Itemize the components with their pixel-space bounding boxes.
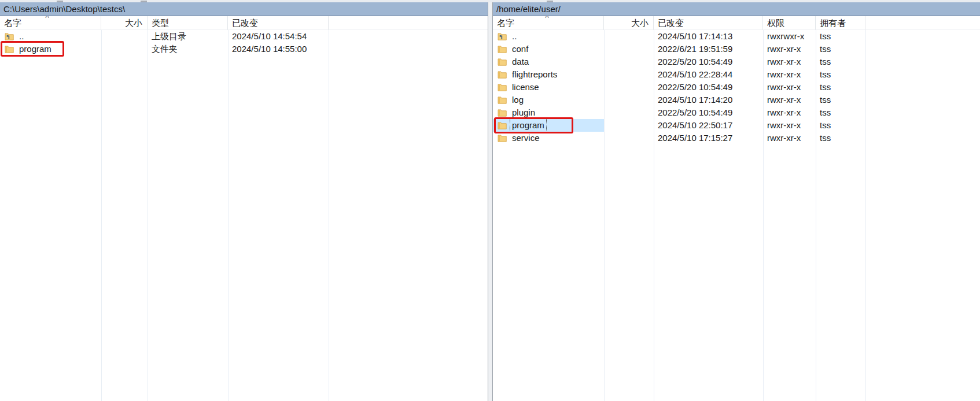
column-header-changed[interactable]: 已改变 <box>654 16 763 30</box>
file-row-program[interactable]: program2024/5/10 22:50:17rwxr-xr-xtss <box>493 119 980 132</box>
local-path-bar[interactable]: C:\Users\admin\Desktop\testcs\ <box>0 2 488 16</box>
column-header-owner[interactable]: 拥有者 <box>816 16 865 30</box>
column-header-changed[interactable]: 已改变 <box>228 16 329 30</box>
file-name-cell: program <box>0 43 101 55</box>
file-name-cell: conf <box>493 43 604 55</box>
file-perms-cell: rwxr-xr-x <box>763 119 816 132</box>
column-header-label: 已改变 <box>658 18 684 28</box>
column-header-label: 大小 <box>631 18 649 28</box>
remote-path-bar[interactable]: /home/elite/user/ <box>493 2 980 16</box>
file-size-cell <box>604 30 654 43</box>
file-type-cell: 上级目录 <box>148 30 228 43</box>
file-owner-cell: tss <box>816 30 865 43</box>
file-row-data[interactable]: data2022/5/20 10:54:49rwxr-xr-xtss <box>493 55 980 68</box>
folder-icon <box>498 135 507 142</box>
folder-icon <box>498 58 507 66</box>
file-changed-cell: 2024/5/10 22:28:44 <box>654 68 763 81</box>
file-perms-cell: rwxr-xr-x <box>763 68 816 81</box>
column-header-name[interactable]: 名字^ <box>493 16 604 30</box>
file-row-service[interactable]: service2024/5/10 17:15:27rwxr-xr-xtss <box>493 132 980 144</box>
file-changed-cell: 2022/5/20 10:54:49 <box>654 55 763 68</box>
file-row-flightreports[interactable]: flightreports2024/5/10 22:28:44rwxr-xr-x… <box>493 68 980 81</box>
remote-path-text: /home/elite/user/ <box>496 4 561 14</box>
file-changed-cell: 2024/5/10 14:54:54 <box>228 30 329 43</box>
file-size-cell <box>604 55 654 68</box>
local-file-rows: ..上级目录2024/5/10 14:54:54program文件夹2024/5… <box>0 30 488 55</box>
file-name-cell: .. <box>493 30 604 43</box>
file-name: plugin <box>510 106 537 119</box>
file-perms-cell: rwxr-xr-x <box>763 55 816 68</box>
sort-ascending-icon: ^ <box>545 16 549 21</box>
file-name: program <box>510 119 546 132</box>
file-perms-cell: rwxr-xr-x <box>763 43 816 55</box>
file-row-license[interactable]: license2022/5/20 10:54:49rwxr-xr-xtss <box>493 81 980 94</box>
remote-file-panel: /home/elite/user/ 名字^大小已改变权限拥有者 ..2024/5… <box>492 2 980 401</box>
folder-icon <box>498 46 507 53</box>
folder-icon <box>498 71 507 79</box>
file-row-program[interactable]: program文件夹2024/5/10 14:55:00 <box>0 43 488 55</box>
file-size-cell <box>101 30 148 43</box>
file-name: license <box>510 81 541 94</box>
column-grid-line <box>228 30 229 401</box>
file-size-cell <box>604 94 654 106</box>
file-changed-cell: 2022/5/20 10:54:49 <box>654 106 763 119</box>
file-perms-cell: rwxr-xr-x <box>763 132 816 144</box>
folder-icon <box>5 46 14 53</box>
file-name: flightreports <box>510 68 559 81</box>
column-header-label: 类型 <box>152 18 169 28</box>
file-row-log[interactable]: log2024/5/10 17:14:20rwxr-xr-xtss <box>493 94 980 106</box>
file-size-cell <box>604 119 654 132</box>
local-path-text: C:\Users\admin\Desktop\testcs\ <box>3 4 125 14</box>
column-header-label: 名字 <box>497 18 514 28</box>
column-header-label: 名字 <box>4 18 21 28</box>
toolbar-remnant-mark <box>547 1 553 2</box>
column-header-type[interactable]: 类型 <box>148 16 228 30</box>
file-changed-cell: 2024/5/10 22:50:17 <box>654 119 763 132</box>
file-size-cell <box>604 81 654 94</box>
folder-icon <box>498 109 507 117</box>
file-row-parent[interactable]: ..2024/5/10 17:14:13rwxrwxr-xtss <box>493 30 980 43</box>
file-owner-cell: tss <box>816 132 865 144</box>
column-header-label: 大小 <box>125 18 142 28</box>
folder-up-icon <box>498 33 507 40</box>
file-owner-cell: tss <box>816 94 865 106</box>
file-row-plugin[interactable]: plugin2022/5/20 10:54:49rwxr-xr-xtss <box>493 106 980 119</box>
file-name-cell: log <box>493 94 604 106</box>
column-header-name[interactable]: 名字^ <box>0 16 101 30</box>
file-owner-cell: tss <box>816 119 865 132</box>
file-row-parent[interactable]: ..上级目录2024/5/10 14:54:54 <box>0 30 488 43</box>
file-name-cell: program <box>493 119 604 132</box>
file-type-cell: 文件夹 <box>148 43 228 55</box>
remote-file-list: 名字^大小已改变权限拥有者 ..2024/5/10 17:14:13rwxrwx… <box>493 16 980 401</box>
column-header-filler <box>865 16 980 30</box>
file-name: .. <box>17 30 25 43</box>
folder-icon <box>498 96 507 104</box>
column-header-label: 权限 <box>767 18 784 28</box>
file-name-cell: plugin <box>493 106 604 119</box>
file-changed-cell: 2024/5/10 17:14:13 <box>654 30 763 43</box>
column-header-perms[interactable]: 权限 <box>763 16 816 30</box>
file-name-cell: license <box>493 81 604 94</box>
file-name: log <box>510 94 525 106</box>
column-header-size[interactable]: 大小 <box>604 16 654 30</box>
column-header-size[interactable]: 大小 <box>101 16 148 30</box>
file-name: program <box>17 43 53 55</box>
local-file-panel: C:\Users\admin\Desktop\testcs\ 名字^大小类型已改… <box>0 2 488 401</box>
file-owner-cell: tss <box>816 106 865 119</box>
file-size-cell <box>604 43 654 55</box>
file-changed-cell: 2022/6/21 19:51:59 <box>654 43 763 55</box>
column-grid-line <box>329 30 329 401</box>
file-perms-cell: rwxr-xr-x <box>763 106 816 119</box>
file-owner-cell: tss <box>816 81 865 94</box>
file-row-conf[interactable]: conf2022/6/21 19:51:59rwxr-xr-xtss <box>493 43 980 55</box>
file-size-cell <box>101 43 148 55</box>
file-name-cell: flightreports <box>493 68 604 81</box>
file-owner-cell: tss <box>816 68 865 81</box>
sort-ascending-icon: ^ <box>45 16 49 21</box>
file-name: .. <box>510 30 518 43</box>
file-perms-cell: rwxr-xr-x <box>763 94 816 106</box>
column-header-filler <box>329 16 488 30</box>
file-perms-cell: rwxr-xr-x <box>763 81 816 94</box>
column-grid-line <box>148 30 148 401</box>
folder-icon <box>498 84 507 91</box>
